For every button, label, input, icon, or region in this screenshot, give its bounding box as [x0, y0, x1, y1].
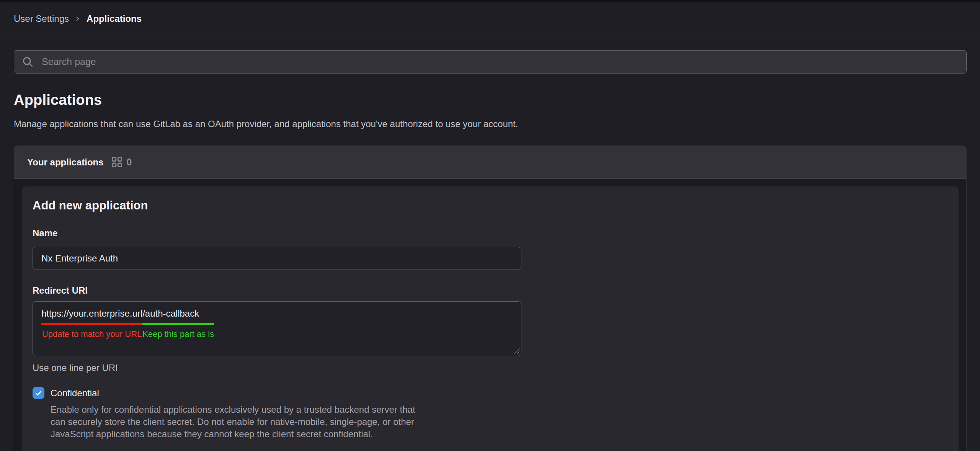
- redirect-uri-textarea[interactable]: https://your.enterprise.url /auth-callba…: [33, 301, 521, 356]
- redirect-uri-callback-part: /auth-callback: [142, 308, 214, 325]
- page-search: [14, 50, 967, 74]
- page-header: User Settings Applications: [0, 2, 980, 36]
- breadcrumb-current-page: Applications: [87, 13, 142, 24]
- search-input[interactable]: [14, 50, 967, 74]
- textarea-resize-grip-icon[interactable]: [513, 348, 519, 354]
- redirect-uri-value: https://your.enterprise.url /auth-callba…: [41, 308, 214, 339]
- confidential-checkbox[interactable]: [33, 387, 44, 399]
- add-new-application-card: Add new application Name Redirect URI ht…: [22, 186, 959, 451]
- redirect-uri-host-part: https://your.enterprise.url: [41, 308, 142, 325]
- applications-grid-icon: [111, 157, 122, 168]
- page-description: Manage applications that can use GitLab …: [14, 119, 966, 129]
- confidential-help-line: can securely store the client secret. Do…: [51, 416, 948, 428]
- panel-title: Your applications: [27, 157, 104, 168]
- card-title: Add new application: [33, 199, 948, 212]
- redirect-uri-hint: Use one line per URI: [33, 363, 948, 373]
- confidential-help-text: Enable only for confidential application…: [51, 404, 948, 440]
- confidential-help-line: Enable only for confidential application…: [51, 404, 948, 416]
- checkmark-icon: [35, 389, 42, 397]
- your-applications-panel-header: Your applications 0: [14, 146, 966, 179]
- redirect-uri-field-label: Redirect URI: [33, 285, 948, 296]
- application-name-input[interactable]: [33, 247, 521, 270]
- your-applications-panel: Your applications 0 Add new application …: [14, 145, 967, 451]
- confidential-label[interactable]: Confidential: [51, 388, 99, 399]
- name-field-label: Name: [33, 228, 948, 239]
- confidential-help-line: JavaScript applications because they can…: [51, 428, 948, 440]
- annotation-keep-part: Keep this part as is: [142, 329, 214, 339]
- breadcrumb-user-settings-link[interactable]: User Settings: [14, 13, 69, 24]
- applications-count-badge: 0: [127, 157, 132, 168]
- breadcrumb: User Settings Applications: [14, 13, 142, 24]
- page-title: Applications: [14, 92, 966, 108]
- chevron-right-icon: [75, 16, 81, 22]
- annotation-update-url: Update to match your URL: [41, 329, 142, 339]
- search-icon: [22, 56, 33, 67]
